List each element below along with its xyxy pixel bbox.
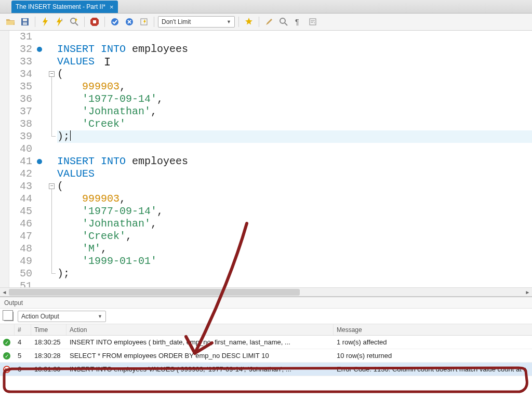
- scroll-thumb[interactable]: [9, 289, 300, 296]
- editor-horizontal-scrollbar[interactable]: ◄ ►: [0, 287, 532, 296]
- save-button[interactable]: [19, 16, 31, 28]
- toggle-invisible-button[interactable]: ¶: [292, 16, 304, 28]
- rollback-button[interactable]: [123, 16, 136, 28]
- code-line[interactable]: (: [57, 180, 532, 193]
- find-button[interactable]: [277, 16, 290, 28]
- scroll-left-icon[interactable]: ◄: [0, 288, 9, 297]
- line-number[interactable]: 40: [9, 143, 32, 155]
- toolbar-separator: [238, 17, 239, 27]
- autocommit-button[interactable]: [138, 16, 150, 28]
- tab-active[interactable]: The INSERT Statement - Part II* ×: [11, 1, 118, 13]
- col-status[interactable]: [0, 324, 15, 335]
- line-number[interactable]: 36: [9, 93, 32, 105]
- fold-toggle-icon[interactable]: −: [49, 71, 55, 77]
- code-line[interactable]: '1977-09-14',: [57, 93, 532, 105]
- scroll-right-icon[interactable]: ►: [523, 288, 532, 297]
- open-file-button[interactable]: [4, 16, 17, 28]
- fold-guide-end: [51, 273, 56, 274]
- fold-guide: [51, 77, 52, 136]
- row-index: 6: [15, 365, 31, 373]
- svg-rect-11: [310, 19, 316, 25]
- line-number[interactable]: 50: [9, 268, 32, 280]
- code-line[interactable]: INSERT INTO employees: [57, 155, 532, 168]
- code-line[interactable]: VALUES: [57, 56, 532, 68]
- code-line[interactable]: [57, 280, 532, 287]
- line-number[interactable]: 31: [9, 31, 32, 43]
- bookmark-strip[interactable]: [0, 31, 9, 287]
- code-line[interactable]: 999903,: [57, 81, 532, 93]
- code-line[interactable]: VALUES: [57, 168, 532, 180]
- line-number[interactable]: 37: [9, 105, 32, 118]
- code-line[interactable]: 'Creek',: [57, 230, 532, 243]
- col-message[interactable]: Message: [334, 324, 532, 335]
- output-row[interactable]: ✓418:30:25INSERT INTO employees ( birth_…: [0, 336, 532, 349]
- row-action: INSERT INTO employees VALUES ( 999903, '…: [66, 365, 334, 373]
- fold-guide: [51, 189, 52, 273]
- toolbar-separator: [35, 17, 35, 27]
- scroll-track[interactable]: [9, 288, 523, 297]
- output-mode-icon[interactable]: [4, 312, 14, 321]
- code-line[interactable]: 'Johnathan',: [57, 218, 532, 230]
- statement-marker-icon[interactable]: [37, 159, 42, 164]
- line-number[interactable]: 44: [9, 193, 32, 205]
- output-grid: # Time Action Message ✓418:30:25INSERT I…: [0, 324, 532, 399]
- line-number[interactable]: 42: [9, 168, 32, 180]
- line-number[interactable]: 34: [9, 68, 32, 81]
- statement-marker-strip[interactable]: [35, 31, 48, 287]
- code-line[interactable]: '1999-01-01': [57, 255, 532, 268]
- line-number[interactable]: 33: [9, 56, 32, 68]
- code-line[interactable]: 'M',: [57, 243, 532, 255]
- code-line[interactable]: INSERT INTO employees: [57, 43, 532, 56]
- code-line[interactable]: 'Creek': [57, 118, 532, 130]
- fold-toggle-icon[interactable]: −: [49, 183, 55, 189]
- col-index[interactable]: #: [15, 324, 31, 335]
- code-line[interactable]: );: [57, 268, 532, 280]
- toolbar-separator: [104, 17, 105, 27]
- code-line[interactable]: '1977-09-14',: [57, 205, 532, 218]
- line-number[interactable]: 43: [9, 180, 32, 193]
- stop-button[interactable]: [88, 16, 101, 28]
- statement-marker-icon[interactable]: [37, 47, 42, 52]
- output-toolbar: Action Output ▼: [0, 309, 532, 324]
- code-area[interactable]: INSERT INTO employeesVALUES( 999903, '19…: [57, 31, 532, 287]
- tab-close-icon[interactable]: ×: [110, 3, 114, 11]
- beautify-button[interactable]: [243, 16, 255, 28]
- line-number[interactable]: 38: [9, 118, 32, 130]
- col-action[interactable]: Action: [66, 324, 334, 335]
- line-number[interactable]: 39: [9, 130, 32, 143]
- chevron-down-icon: ▼: [98, 314, 102, 319]
- line-number[interactable]: 47: [9, 230, 32, 243]
- commit-button[interactable]: [109, 16, 121, 28]
- status-ok-icon: ✓: [3, 339, 10, 346]
- fold-strip[interactable]: −−: [48, 31, 57, 287]
- wrap-button[interactable]: [307, 16, 319, 28]
- row-time: 18:30:28: [31, 352, 66, 360]
- code-line[interactable]: [57, 31, 532, 43]
- text-caret: [70, 130, 71, 141]
- output-row[interactable]: ✓518:30:28SELECT * FROM employees ORDER …: [0, 349, 532, 363]
- code-line[interactable]: [57, 143, 532, 155]
- output-row[interactable]: ✕618:31:30INSERT INTO employees VALUES (…: [0, 363, 532, 376]
- output-type-select[interactable]: Action Output ▼: [18, 311, 106, 322]
- execute-button[interactable]: [39, 16, 51, 28]
- col-time[interactable]: Time: [31, 324, 66, 335]
- execute-current-button[interactable]: I: [54, 16, 66, 28]
- brush-button[interactable]: [263, 16, 275, 28]
- line-number[interactable]: 48: [9, 243, 32, 255]
- row-action: SELECT * FROM employees ORDER BY emp_no …: [66, 352, 334, 360]
- line-number[interactable]: 49: [9, 255, 32, 268]
- line-number[interactable]: 51: [9, 280, 32, 287]
- code-line[interactable]: (: [57, 68, 532, 81]
- line-number-gutter[interactable]: 3132333435363738394041424344454647484950…: [9, 31, 35, 287]
- line-number[interactable]: 41: [9, 155, 32, 168]
- line-number[interactable]: 46: [9, 218, 32, 230]
- line-number[interactable]: 35: [9, 81, 32, 93]
- explain-button[interactable]: [68, 16, 81, 28]
- code-line[interactable]: 'Johnathan',: [57, 105, 532, 118]
- line-number[interactable]: 45: [9, 205, 32, 218]
- line-number[interactable]: 32: [9, 43, 32, 56]
- limit-rows-select[interactable]: Don't Limit ▼: [158, 16, 235, 28]
- code-line[interactable]: 999903,: [57, 193, 532, 205]
- row-index: 4: [15, 338, 31, 346]
- editor-viewport[interactable]: 3132333435363738394041424344454647484950…: [0, 31, 532, 287]
